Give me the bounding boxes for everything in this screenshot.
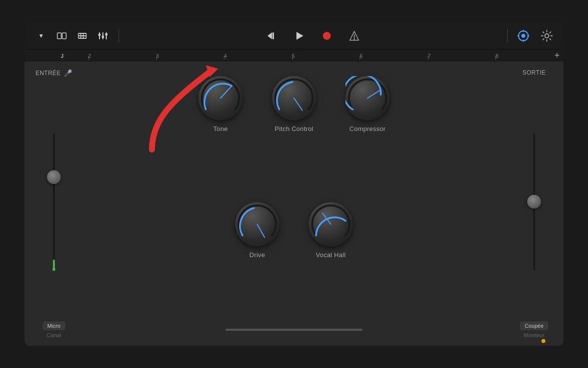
compressor-knob-group: Compressor — [345, 76, 390, 132]
smart-button[interactable] — [514, 27, 532, 45]
coupee-button[interactable]: Coupée — [520, 321, 549, 330]
rewind-button[interactable] — [263, 27, 281, 45]
horizontal-scrollbar[interactable] — [225, 329, 363, 331]
toolbar-left — [32, 27, 112, 45]
svg-marker-15 — [268, 32, 272, 39]
output-slider-track — [533, 133, 535, 270]
canal-label: Canal — [43, 332, 66, 338]
record-icon — [321, 30, 332, 41]
pitch-control-knob-body — [272, 76, 316, 120]
tone-knob-group: Tone — [198, 76, 243, 132]
tone-knob-body — [198, 76, 243, 120]
vocal-hall-knob[interactable] — [309, 202, 353, 246]
compressor-label: Compressor — [349, 125, 386, 132]
smart-icon — [516, 29, 530, 43]
output-slider-container — [505, 82, 564, 321]
svg-line-29 — [220, 86, 232, 98]
right-panel: SORTIE Coupée Moniteur — [505, 61, 564, 346]
svg-point-22 — [521, 34, 525, 38]
svg-marker-17 — [296, 32, 303, 40]
svg-point-27 — [545, 34, 549, 38]
metronome-icon — [349, 30, 360, 41]
vocal-hall-knob-group: Vocal Hall — [309, 202, 353, 259]
knobs-row-1: Tone — [93, 76, 495, 132]
tone-knob[interactable] — [198, 76, 243, 120]
toolbar-center — [126, 27, 500, 45]
left-panel: ENTRÉE 🎤 Micro Canal — [24, 61, 83, 346]
input-slider-container — [24, 83, 83, 321]
scrollbar-container — [220, 328, 368, 331]
compressor-knob-arc — [345, 76, 390, 120]
mic-icon: 🎤 — [64, 69, 73, 77]
svg-marker-28 — [206, 65, 218, 77]
input-text: ENTRÉE — [35, 70, 61, 77]
mixer-button[interactable] — [94, 27, 112, 45]
output-slider-thumb[interactable] — [527, 195, 541, 209]
region-icon — [56, 30, 67, 41]
drive-label: Drive — [249, 251, 265, 259]
play-button[interactable] — [291, 27, 308, 45]
vocal-hall-label: Vocal Hall — [316, 251, 346, 259]
svg-point-13 — [102, 35, 104, 38]
svg-point-18 — [323, 32, 331, 40]
pitch-control-knob-group: Pitch Control — [272, 76, 316, 132]
svg-rect-1 — [62, 33, 66, 39]
orange-dot-indicator — [541, 339, 545, 343]
center-panel: Tone — [83, 61, 505, 346]
chevron-down-icon — [38, 32, 44, 39]
drive-knob-group: Drive — [235, 202, 279, 259]
list-view-button[interactable] — [74, 27, 91, 45]
output-bottom-labels: Coupée Moniteur — [520, 321, 549, 346]
drive-knob-body — [235, 202, 279, 246]
micro-button[interactable]: Micro — [43, 321, 66, 330]
list-icon — [77, 30, 88, 41]
settings-button[interactable] — [538, 27, 556, 45]
vocal-hall-knob-arc — [309, 202, 353, 246]
vocal-hall-knob-body — [309, 202, 353, 246]
svg-line-30 — [294, 98, 302, 110]
tone-label: Tone — [213, 125, 227, 132]
ruler: J 2 3 4 5 6 7 — [24, 50, 564, 61]
input-label: ENTRÉE 🎤 — [35, 69, 72, 77]
gear-icon — [540, 29, 553, 42]
input-slider-fill — [53, 260, 55, 270]
svg-line-32 — [257, 224, 265, 237]
compressor-knob-body — [345, 76, 390, 120]
input-slider-track — [53, 133, 55, 271]
toolbar-right — [514, 27, 556, 45]
drive-knob-arc — [235, 202, 279, 246]
rewind-icon — [267, 30, 277, 41]
region-view-button[interactable] — [53, 27, 71, 45]
record-button[interactable] — [318, 27, 336, 45]
toolbar-separator-2 — [507, 29, 508, 43]
pitch-control-label: Pitch Control — [275, 125, 313, 132]
output-label: SORTIE — [522, 69, 545, 76]
drive-knob[interactable] — [235, 202, 279, 246]
compressor-knob[interactable] — [345, 76, 390, 120]
svg-rect-0 — [57, 33, 61, 39]
svg-point-12 — [98, 33, 101, 36]
input-slider-thumb[interactable] — [47, 170, 61, 184]
knobs-row-2: Drive — [93, 202, 495, 259]
toolbar — [24, 22, 564, 50]
pitch-control-knob-arc — [272, 76, 316, 120]
input-bottom-labels: Micro Canal — [43, 321, 66, 346]
main-content: ENTRÉE 🎤 Micro Canal — [24, 61, 564, 346]
dropdown-button[interactable] — [32, 27, 50, 45]
toolbar-separator-1 — [119, 29, 119, 43]
pitch-control-knob[interactable] — [272, 76, 316, 120]
svg-line-31 — [368, 90, 381, 98]
svg-rect-16 — [272, 32, 274, 39]
add-track-button[interactable]: + — [554, 51, 560, 61]
app-window: J 2 3 4 5 6 7 — [24, 22, 564, 346]
metronome-button[interactable] — [345, 27, 363, 45]
moniteur-label: Moniteur — [520, 332, 549, 338]
mixer-icon — [98, 30, 108, 41]
tone-knob-arc — [198, 76, 243, 120]
play-icon — [294, 30, 305, 41]
svg-point-14 — [105, 33, 108, 35]
